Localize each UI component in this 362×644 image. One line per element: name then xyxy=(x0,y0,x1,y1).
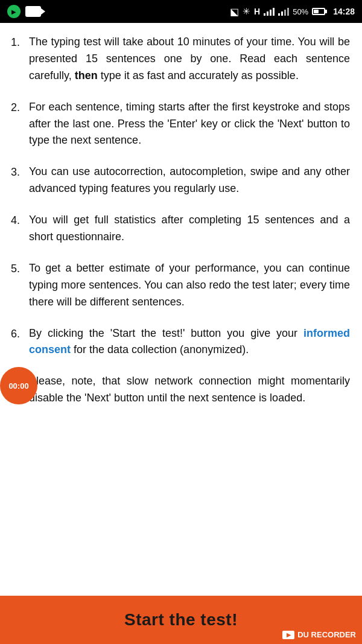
instruction-item-2: 2 For each sentence, timing starts after… xyxy=(11,99,350,150)
status-bar: ⬕ ✳ H 50% 14:28 xyxy=(0,0,362,23)
battery-percentage: 50% xyxy=(293,7,308,16)
instruction-number-6: 6 xyxy=(11,325,29,359)
camera-icon xyxy=(25,6,41,17)
instruction-number-5: 5 xyxy=(11,260,29,311)
instruction-text-5: To get a better estimate of your perform… xyxy=(29,260,350,311)
bluetooth-icon: ✳ xyxy=(243,6,250,17)
instruction-number-3: 3 xyxy=(11,164,29,197)
instruction-number-2: 2 xyxy=(11,99,29,150)
instruction-item-5: 5 To get a better estimate of your perfo… xyxy=(11,260,350,311)
instruction-text-3: You can use autocorrection, autocompleti… xyxy=(29,164,350,197)
cast-icon: ⬕ xyxy=(230,6,239,18)
du-recorder-icon xyxy=(282,631,294,639)
instruction-text-7: Please, note, that slow network connecti… xyxy=(29,373,350,407)
status-right-icons: ⬕ ✳ H 50% 14:28 xyxy=(230,6,355,18)
instruction-item-3: 3 You can use autocorrection, autocomple… xyxy=(11,164,350,197)
timer-label: 00:00 xyxy=(8,381,28,391)
main-content: 1 The typing test will take about 10 min… xyxy=(0,23,362,494)
instruction-text-2: For each sentence, timing starts after t… xyxy=(29,99,350,150)
instruction-item-7: 7 Please, note, that slow network connec… xyxy=(11,373,350,407)
informed-consent-link[interactable]: informed consent xyxy=(29,327,350,356)
du-recorder-text: DU RECORDER xyxy=(297,630,356,639)
start-test-label: Start the test! xyxy=(124,610,238,630)
bold-then: then xyxy=(75,69,98,81)
status-left-icons xyxy=(7,5,41,18)
instruction-text-4: You will get full statistics after compl… xyxy=(29,212,350,246)
spotify-icon xyxy=(7,5,21,18)
instruction-number-1: 1 xyxy=(11,34,29,84)
instruction-item-1: 1 The typing test will take about 10 min… xyxy=(11,34,350,84)
instruction-text-1: The typing test will take about 10 minut… xyxy=(29,34,350,84)
instruction-item-4: 4 You will get full statistics after com… xyxy=(11,212,350,246)
h-indicator-icon: H xyxy=(254,7,260,16)
instruction-number-4: 4 xyxy=(11,212,29,246)
signal2-icon xyxy=(278,7,289,16)
du-recorder-watermark: DU RECORDER xyxy=(282,630,356,639)
signal1-icon xyxy=(264,7,275,16)
timer-button[interactable]: 00:00 xyxy=(0,367,37,404)
instruction-text-6: By clicking the 'Start the test!' button… xyxy=(29,325,350,359)
instruction-item-6: 6 By clicking the 'Start the test!' butt… xyxy=(11,325,350,359)
battery-icon xyxy=(312,8,327,15)
start-test-button[interactable]: Start the test! DU RECORDER xyxy=(0,596,362,644)
instructions-list: 1 The typing test will take about 10 min… xyxy=(11,34,350,407)
clock: 14:28 xyxy=(333,7,355,16)
